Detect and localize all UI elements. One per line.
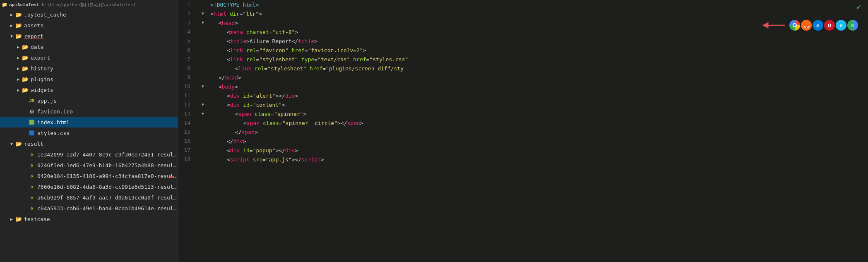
- code-line-5: <title>Allure Report</title>: [210, 36, 868, 46]
- folder-arrow-report: ▼: [8, 34, 15, 38]
- code-editor-panel: ✓ 🦊 e O e ◎ 1 2 3: [178, 0, 868, 262]
- code-content[interactable]: <!DOCTYPE html> <html dir="ltr"> <head> …: [207, 0, 868, 262]
- browser-icon-chrome: [789, 20, 800, 31]
- tree-item-assets[interactable]: ▶ 📂 assets: [0, 20, 178, 31]
- code-text-17: <div id="popup"></div>: [210, 147, 298, 154]
- tree-label-index-html: index.html: [37, 119, 178, 125]
- gutter-8: [199, 64, 207, 73]
- gutter-13: ▼: [199, 109, 207, 118]
- tree-label-result2: 0246f3ed-1ed6-47e9-b14b-16b4275a4b88-res…: [37, 162, 178, 168]
- browser-icon-safari: ◎: [847, 20, 858, 31]
- gutter-16: [199, 137, 207, 146]
- gutter-5: [199, 36, 207, 46]
- code-line-12: <div id="content">: [210, 100, 868, 109]
- line-num-5: 5: [178, 36, 194, 46]
- code-line-9: </head>: [210, 73, 868, 82]
- tree-item-plugins[interactable]: ▶ 📂 plugins: [0, 74, 178, 84]
- folder-icon-export: 📂: [22, 55, 29, 61]
- tree-label-testcase: testcase: [24, 216, 178, 222]
- line-num-6: 6: [178, 46, 194, 55]
- code-line-13: <span class="spinner">: [210, 109, 868, 118]
- tree-item-favicon[interactable]: 🖼 favicon.ico: [0, 106, 178, 117]
- code-line-17: <div id="popup"></div>: [210, 146, 868, 155]
- folder-arrow-pytest-cache: ▶: [8, 12, 15, 17]
- gutter-3: ▼: [199, 18, 207, 27]
- tree-item-export[interactable]: ▶ 📂 export: [0, 52, 178, 63]
- tree-label-app-js: app.js: [37, 98, 178, 104]
- browser-icon-ie: e: [836, 20, 846, 31]
- folder-icon-data: 📂: [22, 44, 29, 50]
- gutter-11: [199, 91, 207, 100]
- project-path: E:\blog\python接口自动化\apiAutoTest: [42, 2, 136, 8]
- tree-label-favicon: favicon.ico: [37, 108, 178, 115]
- tree-label-widgets: widgets: [31, 87, 178, 93]
- json-icon-5: ⚙: [28, 195, 36, 200]
- line-num-14: 14: [178, 118, 194, 127]
- code-text-10: <body>: [210, 84, 238, 90]
- tree-item-report[interactable]: ▼ 📂 report: [0, 31, 178, 41]
- tree-item-widgets[interactable]: ▶ 📂 widgets: [0, 84, 178, 95]
- tree-item-result5[interactable]: ⚙ a6cb929f-8857-4af9-aac7-d0a613cc0a0f-r…: [0, 192, 178, 203]
- css-icon: 🟦: [28, 130, 36, 136]
- tree-label-pytest-cache: .pytest_cache: [24, 12, 178, 18]
- code-text-7: <link rel="stylesheet" type="text/css" h…: [210, 56, 408, 62]
- line-num-16: 16: [178, 137, 194, 146]
- project-root-header: 📁 apiAutoTest E:\blog\python接口自动化\apiAut…: [0, 0, 178, 9]
- tree-label-result5: a6cb929f-8857-4af9-aac7-d0a613cc0a0f-res…: [37, 195, 178, 201]
- tree-item-index-html[interactable]: 🟩 index.html: [0, 117, 178, 127]
- tree-item-result[interactable]: ▼ 📂 result: [0, 138, 178, 149]
- json-icon-6: ⚙: [28, 206, 36, 211]
- line-num-15: 15: [178, 127, 194, 137]
- code-line-8: <link rel="stylesheet" href="plugins/scr…: [210, 64, 868, 73]
- line-num-7: 7: [178, 55, 194, 64]
- code-text-9: </head>: [210, 75, 241, 81]
- code-line-18: <script src="app.js"></script>: [210, 155, 868, 164]
- gutter-17: [199, 146, 207, 155]
- tree-item-result1[interactable]: ⚙ 1e342099-a2d7-4407-8c9c-c9f30ee72451-r…: [0, 149, 178, 160]
- folder-icon-assets: 📂: [15, 22, 22, 29]
- red-arrow-editor: [762, 19, 787, 31]
- code-text-6: <link rel="favicon" href="favicon.ico?v=…: [210, 47, 366, 53]
- line-num-8: 8: [178, 64, 194, 73]
- tree-label-result: result: [24, 141, 178, 147]
- tree-label-result3: 0420e184-0135-4106-a99f-c34cfaa817e0-res…: [37, 173, 178, 179]
- code-line-14: <span class="spinner__circle"></span>: [210, 118, 868, 127]
- code-text-3: <head>: [210, 20, 238, 26]
- tree-item-result2[interactable]: ⚙ 0246f3ed-1ed6-47e9-b14b-16b4275a4b88-r…: [0, 160, 178, 171]
- tree-label-history: history: [31, 65, 178, 72]
- folder-icon-pytest-cache: 📂: [15, 12, 22, 18]
- gutter-fold-markers: ▼ ▼ ▼ ▼ ▼: [199, 0, 207, 262]
- gutter-15: [199, 127, 207, 137]
- gutter-18: [199, 155, 207, 164]
- tree-item-styles-css[interactable]: 🟦 styles.css: [0, 127, 178, 138]
- tree-item-history[interactable]: ▶ 📂 history: [0, 63, 178, 74]
- ico-icon: 🖼: [28, 109, 36, 114]
- code-text-1: <!DOCTYPE html>: [210, 2, 259, 8]
- folder-arrow-widgets: ▶: [15, 88, 22, 92]
- line-num-11: 11: [178, 91, 194, 100]
- folder-arrow-result: ▼: [8, 142, 15, 146]
- tree-item-data[interactable]: ▶ 📂 data: [0, 41, 178, 52]
- code-text-15: </span>: [210, 129, 258, 135]
- browser-icon-edge: e: [813, 20, 823, 31]
- folder-icon-report: 📂: [15, 33, 22, 39]
- code-text-8: <link rel="stylesheet" href="plugins/scr…: [210, 65, 404, 72]
- line-num-18: 18: [178, 155, 194, 164]
- tree-item-app-js[interactable]: JS app.js: [0, 95, 178, 106]
- folder-icon-history: 📂: [22, 65, 29, 72]
- tree-item-result4[interactable]: ⚙ 7660e16d-b082-4da6-8a3d-cc991e6d5113-r…: [0, 181, 178, 192]
- tree-item-pytest-cache[interactable]: ▶ 📂 .pytest_cache: [0, 9, 178, 20]
- folder-icon-testcase: 📂: [15, 216, 22, 222]
- folder-arrow-assets: ▶: [8, 23, 15, 28]
- line-num-4: 4: [178, 27, 194, 36]
- json-icon-3: ⚙: [28, 174, 36, 178]
- code-line-11: <div id="alert"></div>: [210, 91, 868, 100]
- tree-item-testcase[interactable]: ▶ 📂 testcase: [0, 214, 178, 224]
- line-numbers: 1 2 3 4 5 6 7 8 9 10 11 12 13 14 15 16 1…: [178, 0, 199, 262]
- file-tree-panel: 📁 apiAutoTest E:\blog\python接口自动化\apiAut…: [0, 0, 178, 262]
- folder-arrow-testcase: ▶: [8, 217, 15, 221]
- tree-item-result3[interactable]: ⚙ 0420e184-0135-4106-a99f-c34cfaa817e0-r…: [0, 171, 178, 181]
- gutter-14: [199, 118, 207, 127]
- tree-item-result6[interactable]: ⚙ c64a5933-cab6-49e1-baa4-0cda1b49614e-r…: [0, 203, 178, 214]
- gutter-12: ▼: [199, 100, 207, 109]
